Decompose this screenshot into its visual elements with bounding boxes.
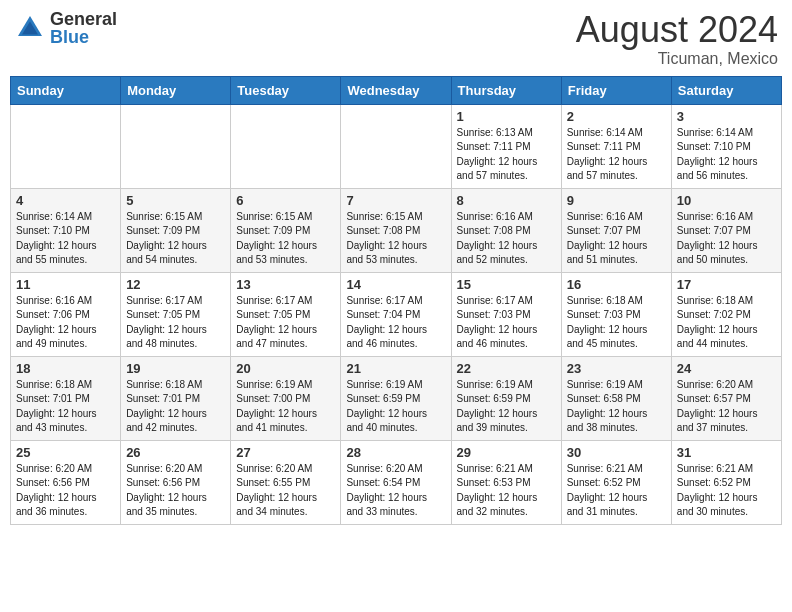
day-cell-28: 28Sunrise: 6:20 AMSunset: 6:54 PMDayligh… xyxy=(341,440,451,524)
day-number: 2 xyxy=(567,109,666,124)
day-info: Sunrise: 6:20 AMSunset: 6:56 PMDaylight:… xyxy=(126,462,225,520)
day-info: Sunrise: 6:17 AMSunset: 7:03 PMDaylight:… xyxy=(457,294,556,352)
empty-cell xyxy=(11,104,121,188)
day-info: Sunrise: 6:21 AMSunset: 6:52 PMDaylight:… xyxy=(567,462,666,520)
day-number: 24 xyxy=(677,361,776,376)
day-info: Sunrise: 6:14 AMSunset: 7:11 PMDaylight:… xyxy=(567,126,666,184)
calendar-table: SundayMondayTuesdayWednesdayThursdayFrid… xyxy=(10,76,782,525)
day-number: 6 xyxy=(236,193,335,208)
logo-icon xyxy=(14,12,46,44)
day-cell-23: 23Sunrise: 6:19 AMSunset: 6:58 PMDayligh… xyxy=(561,356,671,440)
day-cell-29: 29Sunrise: 6:21 AMSunset: 6:53 PMDayligh… xyxy=(451,440,561,524)
day-info: Sunrise: 6:19 AMSunset: 6:59 PMDaylight:… xyxy=(457,378,556,436)
logo-blue-text: Blue xyxy=(50,28,117,46)
day-info: Sunrise: 6:16 AMSunset: 7:07 PMDaylight:… xyxy=(677,210,776,268)
day-number: 29 xyxy=(457,445,556,460)
day-info: Sunrise: 6:15 AMSunset: 7:09 PMDaylight:… xyxy=(126,210,225,268)
day-number: 26 xyxy=(126,445,225,460)
day-cell-21: 21Sunrise: 6:19 AMSunset: 6:59 PMDayligh… xyxy=(341,356,451,440)
page-header: General Blue August 2024 Ticuman, Mexico xyxy=(10,10,782,68)
day-info: Sunrise: 6:20 AMSunset: 6:54 PMDaylight:… xyxy=(346,462,445,520)
day-cell-26: 26Sunrise: 6:20 AMSunset: 6:56 PMDayligh… xyxy=(121,440,231,524)
weekday-header-row: SundayMondayTuesdayWednesdayThursdayFrid… xyxy=(11,76,782,104)
day-number: 23 xyxy=(567,361,666,376)
day-number: 3 xyxy=(677,109,776,124)
day-info: Sunrise: 6:17 AMSunset: 7:04 PMDaylight:… xyxy=(346,294,445,352)
day-cell-30: 30Sunrise: 6:21 AMSunset: 6:52 PMDayligh… xyxy=(561,440,671,524)
day-cell-17: 17Sunrise: 6:18 AMSunset: 7:02 PMDayligh… xyxy=(671,272,781,356)
logo-general-text: General xyxy=(50,10,117,28)
day-number: 12 xyxy=(126,277,225,292)
day-number: 20 xyxy=(236,361,335,376)
title-area: August 2024 Ticuman, Mexico xyxy=(576,10,778,68)
day-info: Sunrise: 6:16 AMSunset: 7:06 PMDaylight:… xyxy=(16,294,115,352)
day-cell-14: 14Sunrise: 6:17 AMSunset: 7:04 PMDayligh… xyxy=(341,272,451,356)
day-cell-8: 8Sunrise: 6:16 AMSunset: 7:08 PMDaylight… xyxy=(451,188,561,272)
weekday-header-wednesday: Wednesday xyxy=(341,76,451,104)
day-info: Sunrise: 6:18 AMSunset: 7:01 PMDaylight:… xyxy=(126,378,225,436)
week-row-3: 11Sunrise: 6:16 AMSunset: 7:06 PMDayligh… xyxy=(11,272,782,356)
day-info: Sunrise: 6:14 AMSunset: 7:10 PMDaylight:… xyxy=(677,126,776,184)
day-cell-15: 15Sunrise: 6:17 AMSunset: 7:03 PMDayligh… xyxy=(451,272,561,356)
location-title: Ticuman, Mexico xyxy=(576,50,778,68)
day-number: 25 xyxy=(16,445,115,460)
day-info: Sunrise: 6:18 AMSunset: 7:02 PMDaylight:… xyxy=(677,294,776,352)
day-cell-31: 31Sunrise: 6:21 AMSunset: 6:52 PMDayligh… xyxy=(671,440,781,524)
day-cell-27: 27Sunrise: 6:20 AMSunset: 6:55 PMDayligh… xyxy=(231,440,341,524)
day-number: 10 xyxy=(677,193,776,208)
day-number: 8 xyxy=(457,193,556,208)
day-info: Sunrise: 6:19 AMSunset: 6:58 PMDaylight:… xyxy=(567,378,666,436)
day-number: 1 xyxy=(457,109,556,124)
day-info: Sunrise: 6:21 AMSunset: 6:52 PMDaylight:… xyxy=(677,462,776,520)
day-cell-16: 16Sunrise: 6:18 AMSunset: 7:03 PMDayligh… xyxy=(561,272,671,356)
day-number: 4 xyxy=(16,193,115,208)
weekday-header-thursday: Thursday xyxy=(451,76,561,104)
day-number: 5 xyxy=(126,193,225,208)
day-info: Sunrise: 6:21 AMSunset: 6:53 PMDaylight:… xyxy=(457,462,556,520)
day-cell-18: 18Sunrise: 6:18 AMSunset: 7:01 PMDayligh… xyxy=(11,356,121,440)
day-number: 27 xyxy=(236,445,335,460)
day-info: Sunrise: 6:20 AMSunset: 6:57 PMDaylight:… xyxy=(677,378,776,436)
day-number: 30 xyxy=(567,445,666,460)
day-number: 22 xyxy=(457,361,556,376)
day-cell-5: 5Sunrise: 6:15 AMSunset: 7:09 PMDaylight… xyxy=(121,188,231,272)
day-number: 11 xyxy=(16,277,115,292)
week-row-5: 25Sunrise: 6:20 AMSunset: 6:56 PMDayligh… xyxy=(11,440,782,524)
day-info: Sunrise: 6:19 AMSunset: 6:59 PMDaylight:… xyxy=(346,378,445,436)
day-info: Sunrise: 6:13 AMSunset: 7:11 PMDaylight:… xyxy=(457,126,556,184)
day-number: 31 xyxy=(677,445,776,460)
day-info: Sunrise: 6:20 AMSunset: 6:56 PMDaylight:… xyxy=(16,462,115,520)
weekday-header-tuesday: Tuesday xyxy=(231,76,341,104)
empty-cell xyxy=(231,104,341,188)
day-number: 15 xyxy=(457,277,556,292)
day-cell-19: 19Sunrise: 6:18 AMSunset: 7:01 PMDayligh… xyxy=(121,356,231,440)
day-cell-25: 25Sunrise: 6:20 AMSunset: 6:56 PMDayligh… xyxy=(11,440,121,524)
day-info: Sunrise: 6:20 AMSunset: 6:55 PMDaylight:… xyxy=(236,462,335,520)
day-cell-1: 1Sunrise: 6:13 AMSunset: 7:11 PMDaylight… xyxy=(451,104,561,188)
day-cell-20: 20Sunrise: 6:19 AMSunset: 7:00 PMDayligh… xyxy=(231,356,341,440)
weekday-header-friday: Friday xyxy=(561,76,671,104)
day-info: Sunrise: 6:15 AMSunset: 7:09 PMDaylight:… xyxy=(236,210,335,268)
day-cell-4: 4Sunrise: 6:14 AMSunset: 7:10 PMDaylight… xyxy=(11,188,121,272)
day-number: 19 xyxy=(126,361,225,376)
weekday-header-saturday: Saturday xyxy=(671,76,781,104)
day-cell-24: 24Sunrise: 6:20 AMSunset: 6:57 PMDayligh… xyxy=(671,356,781,440)
day-cell-10: 10Sunrise: 6:16 AMSunset: 7:07 PMDayligh… xyxy=(671,188,781,272)
day-number: 16 xyxy=(567,277,666,292)
day-cell-22: 22Sunrise: 6:19 AMSunset: 6:59 PMDayligh… xyxy=(451,356,561,440)
week-row-4: 18Sunrise: 6:18 AMSunset: 7:01 PMDayligh… xyxy=(11,356,782,440)
week-row-1: 1Sunrise: 6:13 AMSunset: 7:11 PMDaylight… xyxy=(11,104,782,188)
empty-cell xyxy=(121,104,231,188)
day-number: 13 xyxy=(236,277,335,292)
day-cell-9: 9Sunrise: 6:16 AMSunset: 7:07 PMDaylight… xyxy=(561,188,671,272)
day-cell-13: 13Sunrise: 6:17 AMSunset: 7:05 PMDayligh… xyxy=(231,272,341,356)
day-cell-6: 6Sunrise: 6:15 AMSunset: 7:09 PMDaylight… xyxy=(231,188,341,272)
day-cell-3: 3Sunrise: 6:14 AMSunset: 7:10 PMDaylight… xyxy=(671,104,781,188)
day-info: Sunrise: 6:17 AMSunset: 7:05 PMDaylight:… xyxy=(236,294,335,352)
weekday-header-monday: Monday xyxy=(121,76,231,104)
day-number: 28 xyxy=(346,445,445,460)
day-info: Sunrise: 6:16 AMSunset: 7:08 PMDaylight:… xyxy=(457,210,556,268)
day-info: Sunrise: 6:19 AMSunset: 7:00 PMDaylight:… xyxy=(236,378,335,436)
weekday-header-sunday: Sunday xyxy=(11,76,121,104)
empty-cell xyxy=(341,104,451,188)
